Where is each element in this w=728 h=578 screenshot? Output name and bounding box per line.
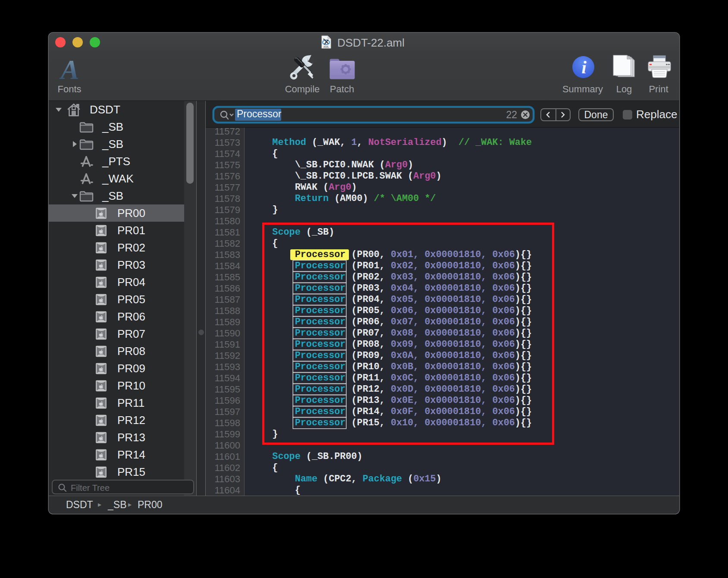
- svg-text:A: A: [59, 54, 79, 84]
- svg-text:i: i: [581, 57, 587, 77]
- svg-text:AML: AML: [323, 45, 329, 48]
